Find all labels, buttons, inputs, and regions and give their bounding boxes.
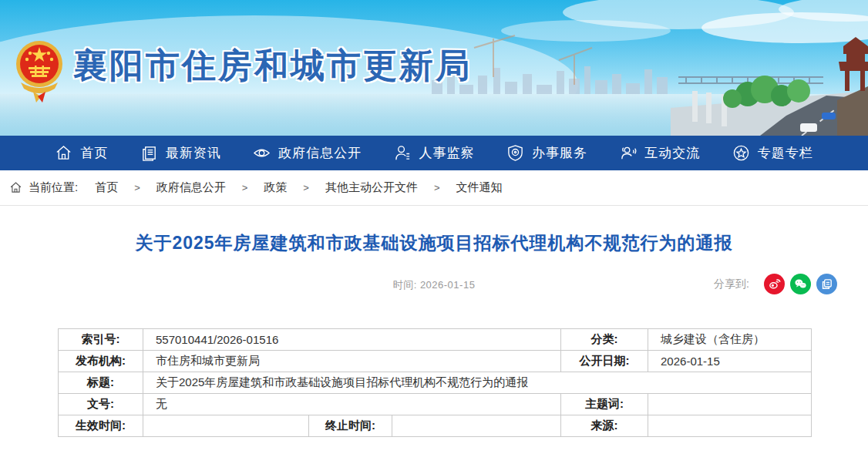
document-meta-table: 索引号: 557010441/2026-01516 分类: 城乡建设（含住房） … [58,328,812,437]
breadcrumb-separator: > [242,182,248,193]
nav-item-services[interactable]: 办事服务 [506,144,587,162]
home-icon [55,144,72,162]
breadcrumb-separator: > [303,182,309,193]
time-label: 时间: [393,279,417,291]
national-emblem-icon [15,35,64,106]
site-banner: 襄阳市住房和城市更新局 [0,0,868,136]
category-value: 城乡建设（含住房） [648,329,812,351]
expiry-date-label: 终止时间: [309,415,392,437]
keywords-label: 主题词: [561,394,648,415]
nav-item-gov-info[interactable]: 政府信息公开 [253,144,362,162]
table-row: 文号: 无 主题词: [59,394,812,415]
effective-date-label: 生效时间: [59,415,143,437]
share-box: 分享到: [714,274,837,294]
page-title: 关于2025年房屋建筑和市政基础设施项目招标代理机构不规范行为的通报 [0,231,868,255]
news-icon [140,144,158,162]
weibo-share-button[interactable] [764,274,785,294]
nav-item-label: 政府信息公开 [278,144,362,162]
home-icon [9,181,22,194]
index-number-label: 索引号: [59,329,143,351]
nav-item-news[interactable]: 最新资讯 [140,144,221,162]
breadcrumb-separator: > [434,182,440,193]
table-row: 索引号: 557010441/2026-01516 分类: 城乡建设（含住房） [59,329,812,351]
shield-icon [506,144,524,162]
nav-item-label: 人事监察 [419,144,475,162]
source-label: 来源: [561,415,648,437]
person-icon [394,144,412,162]
share-label: 分享到: [714,277,749,291]
time-value: 2026-01-15 [420,279,476,291]
article-content: 关于2025年房屋建筑和市政基础设施项目招标代理机构不规范行为的通报 时间: 2… [0,231,868,437]
wechat-share-button[interactable] [790,274,811,294]
expiry-date-value [392,415,561,437]
copy-link-share-button[interactable] [816,274,837,294]
nav-item-home[interactable]: 首页 [55,144,108,162]
source-value [648,415,812,437]
index-number-value: 557010441/2026-01516 [143,329,561,351]
breadcrumb: 当前位置: 首页 > 政府信息公开 > 政策 > 其他主动公开文件 > 文件通知 [0,170,868,206]
breadcrumb-separator: > [134,182,140,193]
copy-link-icon [820,277,833,291]
publisher-value: 市住房和城市更新局 [143,351,561,372]
star-icon [732,144,750,162]
wechat-icon [794,277,807,291]
breadcrumb-item-home[interactable]: 首页 [95,180,118,195]
doc-title-value: 关于2025年房屋建筑和市政基础设施项目招标代理机构不规范行为的通报 [143,372,812,394]
article-meta-row: 时间: 2026-01-15 分享到: [0,274,868,297]
nav-item-topics[interactable]: 专题专栏 [732,144,813,162]
breadcrumb-item-doc-notice[interactable]: 文件通知 [456,180,503,195]
nav-item-personnel[interactable]: 人事监察 [394,144,475,162]
doc-title-label: 标题: [59,372,143,394]
main-nav: 首页 最新资讯 政府信息公开 人事监察 办事服务 互动交流 专题专栏 [0,136,868,170]
breadcrumb-label: 当前位置: [29,180,78,195]
publish-date-value: 2026-01-15 [648,351,812,372]
doc-number-value: 无 [143,394,561,415]
table-row: 生效时间: 终止时间: 来源: [59,415,812,437]
breadcrumb-item-gov-info[interactable]: 政府信息公开 [156,180,226,195]
effective-date-value [143,415,309,437]
nav-item-label: 首页 [80,144,108,162]
nav-item-label: 互动交流 [644,144,700,162]
chat-icon [619,144,637,162]
keywords-value [648,394,812,415]
publish-date-label: 公开日期: [561,351,648,372]
weibo-icon [768,277,781,291]
table-row: 发布机构: 市住房和城市更新局 公开日期: 2026-01-15 [59,351,812,372]
nav-item-label: 最新资讯 [166,144,221,162]
breadcrumb-item-other-docs[interactable]: 其他主动公开文件 [325,180,418,195]
doc-number-label: 文号: [59,394,143,415]
eye-icon [253,144,271,162]
nav-item-label: 专题专栏 [758,144,813,162]
table-row: 标题: 关于2025年房屋建筑和市政基础设施项目招标代理机构不规范行为的通报 [59,372,812,394]
breadcrumb-item-policy[interactable]: 政策 [264,180,287,195]
nav-item-interaction[interactable]: 互动交流 [619,144,700,162]
site-title: 襄阳市住房和城市更新局 [73,43,472,89]
publisher-label: 发布机构: [59,351,143,372]
category-label: 分类: [561,329,648,351]
nav-item-label: 办事服务 [532,144,587,162]
